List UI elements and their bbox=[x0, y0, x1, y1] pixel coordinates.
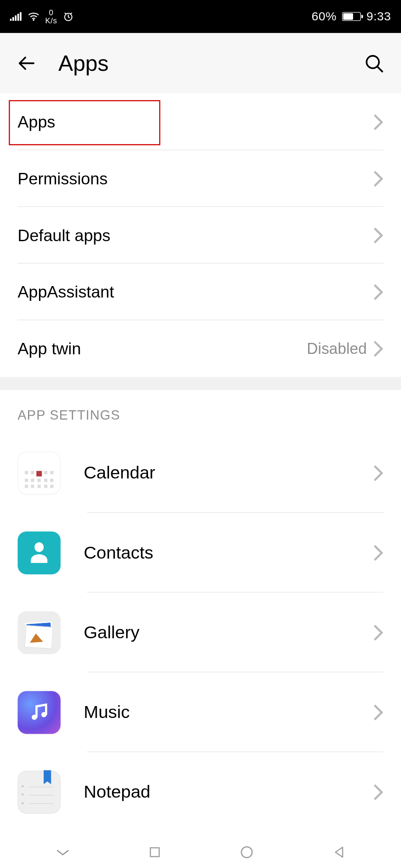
gallery-icon bbox=[18, 611, 61, 654]
battery-percent: 60% bbox=[311, 9, 337, 24]
network-speed: 0 K/s bbox=[45, 9, 57, 24]
list-item-app-assistant[interactable]: AppAssistant bbox=[0, 264, 401, 320]
list-item-label: Permissions bbox=[18, 169, 374, 188]
chevron-right-icon bbox=[373, 284, 383, 300]
section-divider bbox=[0, 377, 401, 390]
list-item-app-twin[interactable]: App twin Disabled bbox=[0, 320, 401, 377]
list-item-label: AppAssistant bbox=[18, 283, 374, 301]
navigation-bar bbox=[0, 836, 401, 868]
nav-back-button[interactable] bbox=[322, 841, 355, 863]
svg-rect-0 bbox=[10, 19, 11, 21]
nav-hide-button[interactable] bbox=[46, 841, 79, 863]
arrow-left-icon bbox=[17, 53, 37, 73]
list-item-label: App twin bbox=[18, 339, 307, 358]
square-icon bbox=[148, 846, 161, 859]
list-item-value: Disabled bbox=[307, 340, 367, 358]
svg-point-5 bbox=[33, 19, 34, 21]
chevron-right-icon bbox=[373, 704, 383, 721]
chevron-right-icon bbox=[373, 170, 383, 187]
list-item-apps[interactable]: Apps bbox=[0, 94, 401, 150]
app-item-label: Music bbox=[84, 702, 373, 722]
search-button[interactable] bbox=[362, 52, 386, 75]
svg-rect-10 bbox=[150, 848, 159, 857]
signal-icon bbox=[10, 12, 22, 21]
contacts-icon bbox=[18, 531, 61, 574]
battery-icon bbox=[342, 12, 361, 21]
alarm-icon bbox=[63, 11, 74, 22]
chevron-down-icon bbox=[55, 848, 70, 857]
app-bar: Apps bbox=[0, 33, 401, 94]
app-settings-list: Calendar Contacts Gallery Music bbox=[0, 433, 401, 832]
app-item-label: Notepad bbox=[84, 782, 373, 802]
chevron-right-icon bbox=[373, 114, 383, 130]
svg-point-11 bbox=[241, 847, 252, 857]
top-settings-list: Apps Permissions Default apps AppAssista… bbox=[0, 94, 401, 377]
list-item-default-apps[interactable]: Default apps bbox=[0, 207, 401, 264]
circle-icon bbox=[239, 845, 254, 859]
app-item-label: Calendar bbox=[84, 463, 373, 483]
music-icon bbox=[18, 691, 61, 734]
app-item-label: Gallery bbox=[84, 622, 373, 643]
clock-text: 9:33 bbox=[366, 9, 391, 24]
svg-point-8 bbox=[32, 714, 37, 719]
svg-rect-4 bbox=[20, 12, 22, 21]
search-icon bbox=[364, 53, 384, 73]
app-item-label: Contacts bbox=[84, 542, 373, 563]
nav-home-button[interactable] bbox=[230, 841, 263, 863]
notepad-icon bbox=[18, 771, 61, 813]
calendar-icon bbox=[18, 451, 61, 494]
svg-point-9 bbox=[41, 712, 46, 717]
section-header-app-settings: APP SETTINGS bbox=[0, 390, 401, 433]
page-title: Apps bbox=[59, 51, 343, 75]
chevron-right-icon bbox=[373, 340, 383, 357]
svg-point-7 bbox=[367, 56, 379, 68]
wifi-icon bbox=[28, 12, 40, 21]
back-button[interactable] bbox=[15, 52, 39, 75]
app-item-notepad[interactable]: Notepad bbox=[0, 752, 401, 832]
app-item-gallery[interactable]: Gallery bbox=[0, 593, 401, 672]
status-bar: 0 K/s 60% 9:33 bbox=[0, 0, 401, 33]
list-item-permissions[interactable]: Permissions bbox=[0, 150, 401, 207]
chevron-right-icon bbox=[373, 624, 383, 641]
svg-rect-2 bbox=[15, 15, 17, 21]
svg-rect-3 bbox=[17, 14, 19, 21]
app-item-calendar[interactable]: Calendar bbox=[0, 433, 401, 513]
app-item-music[interactable]: Music bbox=[0, 672, 401, 752]
nav-recents-button[interactable] bbox=[138, 841, 171, 863]
chevron-right-icon bbox=[373, 544, 383, 561]
app-item-contacts[interactable]: Contacts bbox=[0, 513, 401, 593]
chevron-right-icon bbox=[373, 227, 383, 243]
chevron-right-icon bbox=[373, 784, 383, 800]
svg-rect-1 bbox=[12, 17, 14, 21]
chevron-right-icon bbox=[373, 465, 383, 481]
list-item-label: Apps bbox=[18, 112, 374, 131]
triangle-left-icon bbox=[332, 846, 345, 859]
list-item-label: Default apps bbox=[18, 226, 374, 245]
